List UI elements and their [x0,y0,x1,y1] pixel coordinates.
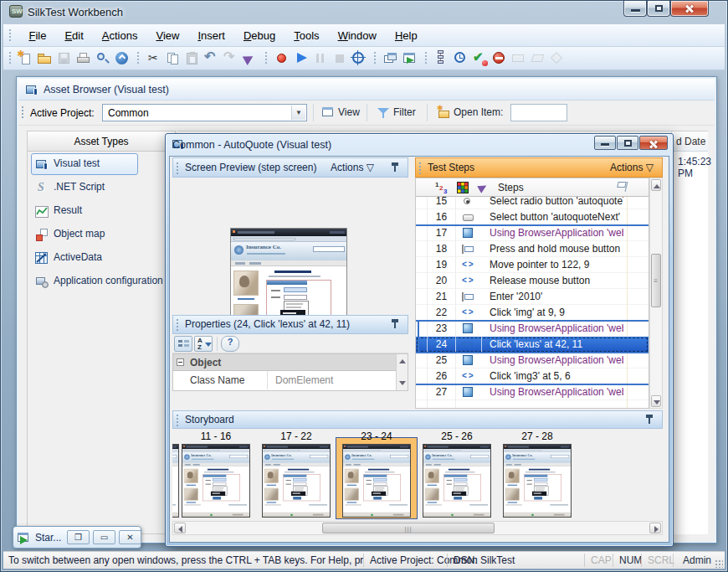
pin-icon[interactable] [389,162,401,173]
menu-help[interactable]: Help [386,24,427,47]
timer-icon[interactable] [452,49,469,67]
title-bar: SW SilkTest Workbench [1,1,727,24]
help-icon[interactable] [113,49,131,67]
menu-view[interactable]: View [146,24,188,47]
alphabetical-sort-button[interactable]: A Z [194,336,213,352]
test-step-row-25[interactable]: 25Using BrowserApplication 'webBr... [416,353,649,368]
scrollbar-thumb[interactable]: ||| [322,523,495,533]
step-mouse-icon [461,290,474,303]
storyboard-thumbnail-clipped[interactable]: Insurance Co. [172,444,179,518]
identify-object-icon[interactable] [350,49,367,67]
scroll-right-button[interactable] [649,523,661,533]
restore-button[interactable] [647,1,670,17]
stop-on-error-icon[interactable] [490,49,508,67]
storyboard-thumbnail-23-24[interactable]: Insurance Co. [342,444,411,518]
flag-icon[interactable] [617,180,630,193]
screenshot-column-icon[interactable] [456,181,469,194]
menu-actions[interactable]: Actions [93,24,147,47]
new-window-icon[interactable] [382,49,399,67]
test-step-row-23[interactable]: 23Using BrowserApplication 'webBr... [416,321,649,337]
test-step-row-17[interactable]: 17Using BrowserApplication 'webBr... [416,225,649,241]
filter-button[interactable]: Filter [373,104,421,122]
test-step-row-20[interactable]: 20<>Release mouse button [416,273,649,289]
test-steps-actions-menu[interactable]: Actions ▽ [610,162,654,173]
new-asset-icon[interactable]: ✱ [17,49,34,67]
toolbar-grip [136,51,141,64]
storyboard-thumbnail-27-28[interactable]: Insurance Co. [503,444,572,518]
class-name-row[interactable]: Class Name DomElement [173,371,396,389]
asset-type--net-script[interactable]: S.NET Script [31,177,172,198]
test-step-row-16[interactable]: 16Select button 'autoquoteNext' [416,209,649,225]
screen-preview-actions-menu[interactable]: Actions ▽ [331,162,374,173]
autoquote-document-window: Common - AutoQuote (Visual test) Screen … [165,133,674,547]
minimized-start-window[interactable]: Star... ❐ ▭ ✕ [13,526,141,549]
asset-type-visual-test[interactable]: Visual test [31,153,138,175]
doc-close-button[interactable] [639,136,668,150]
close-button[interactable] [670,1,709,17]
collapse-icon[interactable] [177,358,184,366]
modified-date-column-header[interactable]: d Date [676,136,705,147]
print-preview-icon[interactable] [94,49,111,67]
test-step-row-22[interactable]: 22<>Click 'img' at 9, 9 [416,305,649,321]
menu-debug[interactable]: Debug [234,24,285,47]
scroll-up-button[interactable] [651,179,661,191]
doc-restore-button[interactable] [617,136,638,150]
scrollbar-thumb[interactable]: ≡ [651,254,661,307]
test-step-row-18[interactable]: 18Press and hold mouse button [416,241,649,257]
test-step-row-21[interactable]: 21Enter '2010' [416,289,649,305]
test-step-row-19[interactable]: 19<>Move pointer to 122, 9 [416,257,649,273]
properties-scrollbar[interactable] [396,354,408,390]
step-number-column-icon[interactable]: 1 2 3 [434,181,448,194]
pin-icon[interactable] [643,414,655,425]
test-step-row-26[interactable]: 26<>Click 'img3' at 5, 6 [416,368,649,384]
flowchart-icon[interactable] [433,49,450,67]
asset-type-activedata[interactable]: ActiveData [31,247,172,269]
menu-window[interactable]: Window [329,24,386,47]
record-icon[interactable] [273,49,290,67]
menu-tools[interactable]: Tools [285,24,328,47]
storyboard-thumbnail-11-16[interactable]: Insurance Co. [182,444,250,518]
object-group-row[interactable]: Object [173,354,396,371]
view-button[interactable]: View [318,104,365,122]
scroll-left-button[interactable] [174,523,186,533]
pin-icon[interactable] [389,318,401,330]
export-results-icon[interactable] [401,49,418,67]
test-step-row-24[interactable]: 24<>Click 'lexus' at 42, 11 [416,337,649,353]
resize-grip[interactable] [715,559,723,568]
help-button[interactable]: ? [221,336,239,352]
star-close-button[interactable]: ✕ [119,530,141,544]
test-steps-scrollbar[interactable]: ≡ [649,178,663,409]
test-step-row-partial[interactable] [416,400,649,409]
star-minimize-button[interactable]: ▭ [93,530,115,544]
menu-insert[interactable]: Insert [188,24,234,47]
minimize-button[interactable] [623,1,647,17]
play-icon[interactable] [292,49,310,67]
undo-icon[interactable]: ↶ [203,49,220,67]
active-project-select[interactable]: Common ▼ [102,104,307,121]
asset-type-application-configuration[interactable]: Application configuration [31,271,172,292]
cut-icon[interactable]: ✂ [145,49,162,67]
storyboard-scrollbar[interactable]: ||| [172,521,663,535]
star-restore-button[interactable]: ❐ [67,530,90,544]
categorized-view-button[interactable] [174,336,192,352]
steps-column-header[interactable]: Steps [498,182,524,193]
doc-minimize-button[interactable] [594,136,616,150]
open-icon[interactable] [36,49,54,67]
asset-type-object-map[interactable]: Object map [31,224,172,245]
verify-icon[interactable]: ✔ [471,49,489,67]
scroll-down-button[interactable] [651,395,661,407]
test-step-row-27[interactable]: 27Using BrowserApplication 'webBr... [416,384,649,400]
storyboard-thumbnail-25-26[interactable]: Insurance Co. [423,444,491,518]
copy-icon[interactable] [164,49,182,67]
step-app-icon [461,385,474,399]
thumbnail-webpage: Insurance Co. [423,445,491,517]
menu-file[interactable]: File [19,24,55,47]
asset-browser-toolbar: Active Project: Common ▼ View Filter [18,100,715,126]
asset-type-result[interactable]: Result [31,200,172,222]
menu-edit[interactable]: Edit [55,24,92,47]
go-to-step-column-icon[interactable] [476,181,490,194]
storyboard-thumbnail-17-22[interactable]: Insurance Co. [262,444,331,518]
open-item-input[interactable] [510,104,567,121]
print-icon[interactable] [74,49,92,67]
go-to-step-icon[interactable] [241,49,259,67]
